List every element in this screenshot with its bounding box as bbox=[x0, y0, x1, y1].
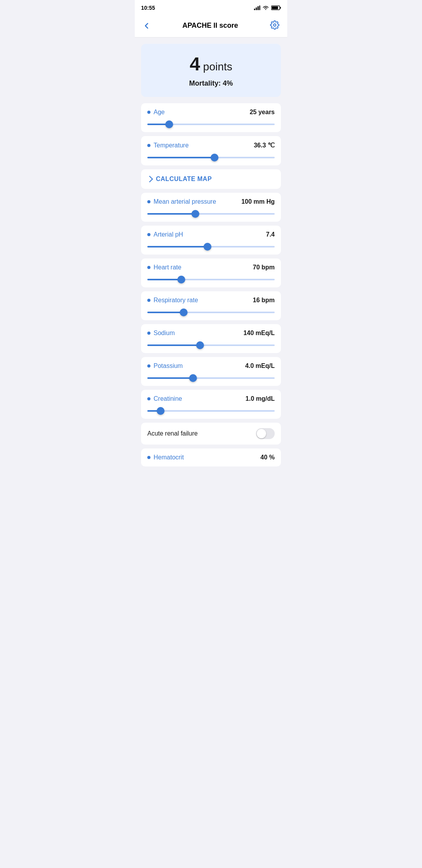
parameter-dot bbox=[147, 111, 150, 114]
score-points-value: 4 bbox=[190, 54, 200, 74]
arterial-ph-slider[interactable] bbox=[147, 246, 275, 247]
page-title: APACHE II score bbox=[152, 22, 268, 30]
score-points-row: 4 points bbox=[149, 53, 273, 75]
back-button[interactable] bbox=[141, 20, 152, 31]
parameter-sodium: Sodium 140 mEq/L bbox=[141, 324, 281, 353]
status-time: 10:55 bbox=[141, 5, 155, 11]
creatinine-slider[interactable] bbox=[147, 410, 275, 412]
arrow-right-icon bbox=[147, 176, 153, 183]
parameter-temperature-value: 36.3 ℃ bbox=[254, 142, 275, 149]
parameter-heart-rate-name: Heart rate bbox=[147, 264, 181, 271]
parameter-dot bbox=[147, 233, 150, 236]
parameter-sodium-value: 140 mEq/L bbox=[243, 330, 275, 337]
parameter-hematocrit: Hematocrit 40 % bbox=[141, 448, 281, 466]
parameter-potassium-name: Potassium bbox=[147, 362, 183, 369]
back-icon bbox=[143, 22, 150, 30]
parameter-age-name: Age bbox=[147, 109, 165, 116]
parameter-respiratory-rate-value: 16 bpm bbox=[253, 297, 275, 304]
parameter-map: Mean arterial pressure 100 mm Hg bbox=[141, 193, 281, 222]
parameter-hematocrit-name: Hematocrit bbox=[147, 454, 184, 461]
calculate-map-button[interactable]: CALCULATE MAP bbox=[141, 169, 281, 189]
parameter-dot bbox=[147, 144, 150, 147]
score-card: 4 points Mortality: 4% bbox=[141, 44, 281, 97]
toggle-knob bbox=[257, 429, 266, 438]
parameter-dot bbox=[147, 266, 150, 269]
parameter-creatinine-name: Creatinine bbox=[147, 395, 182, 402]
score-points-label: points bbox=[200, 61, 232, 73]
age-slider[interactable] bbox=[147, 124, 275, 125]
parameter-potassium-value: 4.0 mEq/L bbox=[245, 362, 275, 369]
calculate-map-label: CALCULATE MAP bbox=[156, 176, 212, 183]
signal-icon bbox=[254, 5, 260, 10]
wifi-icon bbox=[263, 5, 269, 10]
acute-renal-failure-label: Acute renal failure bbox=[147, 430, 198, 437]
potassium-slider[interactable] bbox=[147, 377, 275, 379]
svg-point-7 bbox=[274, 24, 276, 26]
parameter-respiratory-rate: Respiratory rate 16 bpm bbox=[141, 291, 281, 320]
svg-rect-0 bbox=[254, 9, 255, 10]
sodium-slider[interactable] bbox=[147, 344, 275, 346]
acute-renal-failure-toggle[interactable] bbox=[256, 428, 275, 439]
svg-rect-6 bbox=[280, 7, 281, 9]
svg-rect-3 bbox=[259, 5, 261, 10]
parameter-dot bbox=[147, 299, 150, 302]
settings-button[interactable] bbox=[268, 19, 281, 32]
parameter-dot bbox=[147, 200, 150, 203]
parameter-arterial-ph: Arterial pH 7.4 bbox=[141, 226, 281, 255]
parameter-heart-rate-value: 70 bpm bbox=[253, 264, 275, 271]
parameter-respiratory-rate-name: Respiratory rate bbox=[147, 297, 198, 304]
parameter-sodium-name: Sodium bbox=[147, 330, 175, 337]
parameter-map-value: 100 mm Hg bbox=[241, 198, 275, 205]
status-icons bbox=[254, 5, 281, 10]
parameter-creatinine: Creatinine 1.0 mg/dL bbox=[141, 390, 281, 419]
settings-icon bbox=[270, 20, 279, 30]
parameter-heart-rate: Heart rate 70 bpm bbox=[141, 258, 281, 287]
parameter-hematocrit-value: 40 % bbox=[261, 454, 275, 461]
battery-icon bbox=[271, 5, 281, 10]
respiratory-rate-slider[interactable] bbox=[147, 312, 275, 313]
score-mortality: Mortality: 4% bbox=[149, 79, 273, 88]
parameter-map-name: Mean arterial pressure bbox=[147, 198, 216, 205]
status-bar: 10:55 bbox=[135, 0, 287, 14]
svg-rect-1 bbox=[256, 7, 257, 10]
parameter-temperature-name: Temperature bbox=[147, 142, 189, 149]
parameter-temperature: Temperature 36.3 ℃ bbox=[141, 136, 281, 165]
heart-rate-slider[interactable] bbox=[147, 279, 275, 280]
parameter-arterial-ph-name: Arterial pH bbox=[147, 231, 183, 238]
parameter-dot bbox=[147, 364, 150, 368]
parameter-dot bbox=[147, 332, 150, 335]
parameter-age-value: 25 years bbox=[250, 109, 275, 116]
header: APACHE II score bbox=[135, 14, 287, 38]
svg-rect-5 bbox=[272, 7, 278, 9]
parameter-potassium: Potassium 4.0 mEq/L bbox=[141, 357, 281, 386]
acute-renal-failure-row: Acute renal failure bbox=[141, 423, 281, 445]
parameters-list: Age 25 years Temperature 36.3 ℃ CALCULAT… bbox=[135, 103, 287, 466]
parameter-dot bbox=[147, 456, 150, 459]
parameter-dot bbox=[147, 397, 150, 400]
parameter-arterial-ph-value: 7.4 bbox=[266, 231, 275, 238]
parameter-age: Age 25 years bbox=[141, 103, 281, 132]
parameter-creatinine-value: 1.0 mg/dL bbox=[245, 395, 275, 402]
map-slider[interactable] bbox=[147, 213, 275, 215]
temperature-slider[interactable] bbox=[147, 157, 275, 158]
svg-rect-2 bbox=[257, 6, 259, 10]
